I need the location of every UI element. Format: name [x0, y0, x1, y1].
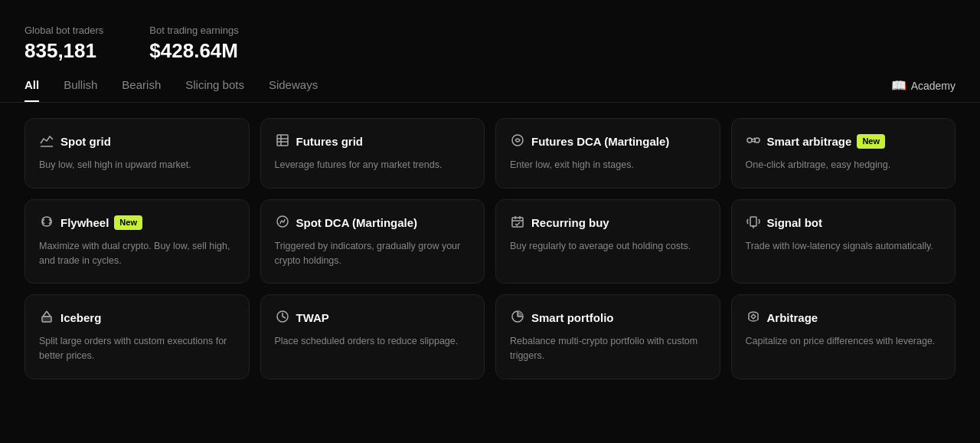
futures-grid-icon: [275, 133, 290, 150]
bot-card-header: Spot grid: [39, 133, 235, 150]
signal-bot-icon: [746, 214, 761, 231]
bot-name: Iceberg: [60, 311, 101, 324]
bot-card-futures-dca-martingale-[interactable]: Futures DCA (Martingale)Enter low, exit …: [495, 118, 720, 189]
bot-desc: Place scheduled orders to reduce slippag…: [275, 334, 471, 349]
tab-slicing-bots[interactable]: Slicing bots: [185, 78, 244, 102]
stat1-label: Global bot traders: [24, 25, 103, 36]
new-badge: New: [114, 215, 142, 230]
academy-icon: 📖: [891, 78, 906, 93]
bot-name: Arbitrage: [767, 311, 818, 324]
bot-card-spot-grid[interactable]: Spot gridBuy low, sell high in upward ma…: [24, 118, 250, 189]
header: Global bot traders 835,181 Bot trading e…: [0, 0, 980, 78]
academy-label: Academy: [911, 80, 956, 92]
smart-arbitrage-icon: [746, 133, 761, 150]
svg-rect-13: [750, 217, 756, 226]
stat2-value: $428.64M: [149, 39, 238, 63]
bot-name: Futures DCA (Martingale): [531, 135, 669, 148]
bot-grid: Spot gridBuy low, sell high in upward ma…: [0, 118, 980, 379]
bot-desc: Maximize with dual crypto. Buy low, sell…: [39, 239, 235, 268]
tabs-left: All Bullish Bearish Slicing bots Sideway…: [24, 78, 318, 102]
new-badge: New: [857, 134, 885, 149]
svg-rect-1: [277, 135, 288, 146]
svg-rect-16: [42, 317, 51, 322]
bot-card-header: Spot DCA (Martingale): [275, 214, 471, 231]
stat-bot-earnings: Bot trading earnings $428.64M: [149, 25, 238, 63]
bot-desc: Buy low, sell high in upward market.: [39, 158, 235, 172]
bot-name: Smart arbitrageNew: [767, 134, 886, 149]
bot-desc: Trade with low-latency signals automatic…: [746, 239, 942, 254]
bot-desc: Buy regularly to average out holding cos…: [510, 239, 706, 254]
bot-desc: Enter low, exit high in stages.: [510, 158, 706, 172]
bot-card-header: Arbitrage: [746, 309, 942, 327]
iceberg-icon: [39, 309, 54, 327]
bot-card-smart-arbitrage[interactable]: Smart arbitrageNewOne-click arbitrage, e…: [731, 118, 956, 189]
bot-card-signal-bot[interactable]: Signal botTrade with low-latency signals…: [731, 199, 956, 284]
bot-desc: One-click arbitrage, easy hedging.: [746, 158, 942, 172]
bot-card-recurring-buy[interactable]: Recurring buyBuy regularly to average ou…: [495, 199, 720, 284]
tabs-row: All Bullish Bearish Slicing bots Sideway…: [0, 78, 980, 103]
bot-card-twap[interactable]: TWAPPlace scheduled orders to reduce sli…: [260, 294, 485, 379]
bot-card-iceberg[interactable]: IcebergSplit large orders with custom ex…: [24, 294, 250, 379]
spot-dca-martingale--icon: [275, 214, 290, 231]
bot-desc: Rebalance multi-crypto portfolio with cu…: [510, 334, 706, 363]
tab-bearish[interactable]: Bearish: [122, 78, 161, 102]
bot-card-header: Futures grid: [275, 133, 471, 150]
bot-desc: Leverage futures for any market trends.: [275, 158, 471, 172]
spot-grid-icon: [39, 133, 54, 150]
bot-card-spot-dca-martingale-[interactable]: Spot DCA (Martingale)Triggered by indica…: [260, 199, 485, 284]
academy-button[interactable]: 📖 Academy: [891, 78, 956, 102]
bot-card-flywheel[interactable]: FlywheelNewMaximize with dual crypto. Bu…: [24, 199, 250, 284]
smart-portfolio-icon: [510, 309, 525, 327]
bot-card-header: Recurring buy: [510, 214, 706, 231]
bot-card-header: FlywheelNew: [39, 214, 235, 231]
svg-rect-9: [512, 218, 523, 227]
arbitrage-icon: [746, 309, 761, 327]
tab-bullish[interactable]: Bullish: [64, 78, 97, 102]
bot-name: Futures grid: [296, 135, 364, 148]
bot-card-header: Smart arbitrageNew: [746, 133, 942, 150]
stat1-value: 835,181: [24, 39, 103, 63]
recurring-buy-icon: [510, 214, 525, 231]
flywheel-icon: [39, 214, 54, 231]
bot-card-header: Futures DCA (Martingale): [510, 133, 706, 150]
bot-card-futures-grid[interactable]: Futures gridLeverage futures for any mar…: [260, 118, 485, 189]
tab-sideways[interactable]: Sideways: [269, 78, 318, 102]
bot-desc: Capitalize on price differences with lev…: [746, 334, 942, 349]
bot-name: Signal bot: [767, 216, 823, 229]
bot-card-header: Signal bot: [746, 214, 942, 231]
bot-card-header: Smart portfolio: [510, 309, 706, 327]
tab-all[interactable]: All: [24, 78, 39, 102]
stat-global-traders: Global bot traders 835,181: [24, 25, 103, 63]
bot-card-arbitrage[interactable]: ArbitrageCapitalize on price differences…: [731, 294, 956, 379]
bot-name: Recurring buy: [531, 216, 609, 229]
bot-name: Spot DCA (Martingale): [296, 216, 418, 229]
bot-name: Spot grid: [60, 135, 111, 148]
bot-name: TWAP: [296, 311, 329, 324]
futures-dca-martingale--icon: [510, 133, 525, 150]
bot-desc: Split large orders with custom execution…: [39, 334, 235, 363]
stat2-label: Bot trading earnings: [149, 25, 238, 36]
bot-name: FlywheelNew: [60, 215, 142, 230]
bot-desc: Triggered by indicators, gradually grow …: [275, 239, 471, 268]
twap-icon: [275, 309, 290, 327]
bot-name: Smart portfolio: [531, 311, 614, 324]
svg-point-6: [747, 138, 752, 143]
svg-point-5: [512, 135, 523, 146]
bot-card-header: Iceberg: [39, 309, 235, 327]
bot-card-smart-portfolio[interactable]: Smart portfolioRebalance multi-crypto po…: [495, 294, 720, 379]
bot-card-header: TWAP: [275, 309, 471, 327]
